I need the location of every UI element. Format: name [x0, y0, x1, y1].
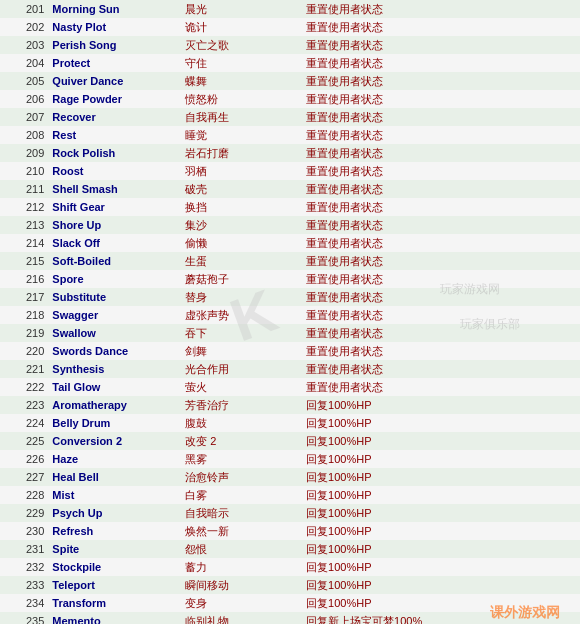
row-id: 203	[0, 36, 48, 54]
move-english: Morning Sun	[48, 0, 181, 18]
row-id: 212	[0, 198, 48, 216]
move-effect: 回复100%HP	[302, 522, 580, 540]
move-effect: 重置使用者状态	[302, 144, 580, 162]
table-row: 227 Heal Bell 治愈铃声 回复100%HP	[0, 468, 580, 486]
table-row: 218 Swagger 虚张声势 重置使用者状态	[0, 306, 580, 324]
move-effect: 重置使用者状态	[302, 288, 580, 306]
move-chinese: 自我暗示	[181, 504, 302, 522]
move-effect: 重置使用者状态	[302, 306, 580, 324]
moves-table: 201 Morning Sun 晨光 重置使用者状态 202 Nasty Plo…	[0, 0, 580, 624]
move-effect: 重置使用者状态	[302, 0, 580, 18]
row-id: 202	[0, 18, 48, 36]
move-english: Spite	[48, 540, 181, 558]
move-english: Tail Glow	[48, 378, 181, 396]
move-effect: 重置使用者状态	[302, 18, 580, 36]
table-row: 231 Spite 怨恨 回复100%HP	[0, 540, 580, 558]
move-effect: 重置使用者状态	[302, 90, 580, 108]
move-effect: 回复100%HP	[302, 594, 580, 612]
row-id: 231	[0, 540, 48, 558]
move-english: Slack Off	[48, 234, 181, 252]
move-chinese: 替身	[181, 288, 302, 306]
move-chinese: 萤火	[181, 378, 302, 396]
move-effect: 重置使用者状态	[302, 108, 580, 126]
row-id: 229	[0, 504, 48, 522]
move-chinese: 临别礼物	[181, 612, 302, 624]
move-effect: 回复100%HP	[302, 486, 580, 504]
table-row: 210 Roost 羽栖 重置使用者状态	[0, 162, 580, 180]
move-chinese: 蝶舞	[181, 72, 302, 90]
move-chinese: 守住	[181, 54, 302, 72]
row-id: 213	[0, 216, 48, 234]
move-chinese: 白雾	[181, 486, 302, 504]
row-id: 221	[0, 360, 48, 378]
row-id: 206	[0, 90, 48, 108]
row-id: 234	[0, 594, 48, 612]
table-row: 224 Belly Drum 腹鼓 回复100%HP	[0, 414, 580, 432]
move-chinese: 治愈铃声	[181, 468, 302, 486]
table-row: 208 Rest 睡觉 重置使用者状态	[0, 126, 580, 144]
table-row: 212 Shift Gear 换挡 重置使用者状态	[0, 198, 580, 216]
move-effect: 重置使用者状态	[302, 54, 580, 72]
move-chinese: 愤怒粉	[181, 90, 302, 108]
move-effect: 重置使用者状态	[302, 324, 580, 342]
table-row: 213 Shore Up 集沙 重置使用者状态	[0, 216, 580, 234]
move-chinese: 自我再生	[181, 108, 302, 126]
row-id: 228	[0, 486, 48, 504]
move-chinese: 换挡	[181, 198, 302, 216]
table-row: 207 Recover 自我再生 重置使用者状态	[0, 108, 580, 126]
move-effect: 回复100%HP	[302, 558, 580, 576]
move-effect: 回复100%HP	[302, 414, 580, 432]
row-id: 208	[0, 126, 48, 144]
move-chinese: 改变 2	[181, 432, 302, 450]
row-id: 232	[0, 558, 48, 576]
move-effect: 重置使用者状态	[302, 198, 580, 216]
move-english: Soft-Boiled	[48, 252, 181, 270]
row-id: 225	[0, 432, 48, 450]
move-chinese: 诡计	[181, 18, 302, 36]
move-chinese: 怨恨	[181, 540, 302, 558]
move-chinese: 灭亡之歌	[181, 36, 302, 54]
move-effect: 回复100%HP	[302, 504, 580, 522]
move-chinese: 睡觉	[181, 126, 302, 144]
table-row: 205 Quiver Dance 蝶舞 重置使用者状态	[0, 72, 580, 90]
move-chinese: 芳香治疗	[181, 396, 302, 414]
move-english: Refresh	[48, 522, 181, 540]
move-chinese: 蘑菇孢子	[181, 270, 302, 288]
row-id: 205	[0, 72, 48, 90]
move-english: Perish Song	[48, 36, 181, 54]
move-english: Swords Dance	[48, 342, 181, 360]
move-english: Teleport	[48, 576, 181, 594]
main-table-container: K 玩家游戏网 玩家俱乐部 课外游戏网www.Xiawai.Com 201 Mo…	[0, 0, 580, 624]
table-row: 209 Rock Polish 岩石打磨 重置使用者状态	[0, 144, 580, 162]
move-chinese: 瞬间移动	[181, 576, 302, 594]
row-id: 214	[0, 234, 48, 252]
move-english: Heal Bell	[48, 468, 181, 486]
row-id: 211	[0, 180, 48, 198]
move-effect: 回复100%HP	[302, 468, 580, 486]
move-effect: 重置使用者状态	[302, 36, 580, 54]
row-id: 226	[0, 450, 48, 468]
move-english: Belly Drum	[48, 414, 181, 432]
row-id: 222	[0, 378, 48, 396]
move-english: Rock Polish	[48, 144, 181, 162]
table-row: 223 Aromatherapy 芳香治疗 回复100%HP	[0, 396, 580, 414]
table-row: 214 Slack Off 偷懒 重置使用者状态	[0, 234, 580, 252]
move-effect: 重置使用者状态	[302, 162, 580, 180]
move-effect: 重置使用者状态	[302, 216, 580, 234]
move-chinese: 岩石打磨	[181, 144, 302, 162]
move-effect: 重置使用者状态	[302, 378, 580, 396]
row-id: 227	[0, 468, 48, 486]
row-id: 220	[0, 342, 48, 360]
table-row: 204 Protect 守住 重置使用者状态	[0, 54, 580, 72]
move-english: Rage Powder	[48, 90, 181, 108]
move-english: Synthesis	[48, 360, 181, 378]
move-chinese: 集沙	[181, 216, 302, 234]
move-english: Shore Up	[48, 216, 181, 234]
move-english: Rest	[48, 126, 181, 144]
move-english: Mist	[48, 486, 181, 504]
table-row: 225 Conversion 2 改变 2 回复100%HP	[0, 432, 580, 450]
move-english: Swagger	[48, 306, 181, 324]
row-id: 204	[0, 54, 48, 72]
row-id: 215	[0, 252, 48, 270]
move-english: Nasty Plot	[48, 18, 181, 36]
